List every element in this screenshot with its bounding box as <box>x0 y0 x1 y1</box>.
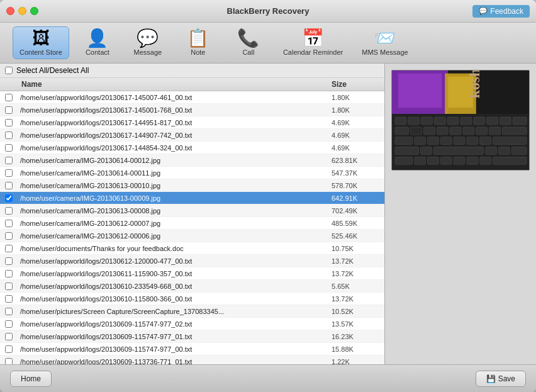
toolbar-item-message[interactable]: 💬 Message <box>126 27 170 59</box>
svg-rect-23 <box>489 127 501 135</box>
file-panel: Select All/Deselect All Name Size /home/… <box>0 64 385 364</box>
close-button[interactable] <box>6 7 14 15</box>
select-all-label: Select All/Deselect All <box>16 66 89 75</box>
row-checkbox-3[interactable] <box>0 132 18 139</box>
file-size-10: 485.59K <box>328 220 384 227</box>
row-checkbox-8[interactable] <box>0 194 18 202</box>
file-name-7: /home/user/camera/IMG-20130613-00010.jpg <box>18 182 328 189</box>
row-checkbox-7[interactable] <box>0 182 18 189</box>
file-size-20: 15.88K <box>328 345 384 353</box>
table-row[interactable]: /home/user/appworld/logs/20130611-115900… <box>0 267 384 280</box>
row-checkbox-13[interactable] <box>0 257 18 265</box>
svg-rect-34 <box>421 147 432 155</box>
svg-rect-27 <box>427 137 438 145</box>
table-row[interactable]: /home/user/appworld/logs/20130609-113736… <box>0 356 384 364</box>
toolbar: 🖼 Content Store 👤 Contact 💬 Message 📋 No… <box>0 23 536 64</box>
table-row[interactable]: /home/user/camera/IMG-20130612-00007.jpg… <box>0 217 384 230</box>
table-row[interactable]: /home/user/camera/IMG-20130612-00006.jpg… <box>0 230 384 242</box>
file-size-3: 4.69K <box>328 132 384 139</box>
svg-rect-21 <box>463 127 474 135</box>
svg-rect-15 <box>513 117 527 125</box>
file-name-2: /home/user/appworld/logs/20130617-144951… <box>18 119 328 126</box>
row-checkbox-11[interactable] <box>0 232 18 240</box>
row-checkbox-2[interactable] <box>0 119 18 126</box>
table-row[interactable]: /home/user/appworld/logs/20130617-144907… <box>0 129 384 142</box>
row-checkbox-19[interactable] <box>0 333 18 340</box>
svg-rect-33 <box>395 147 419 155</box>
file-name-16: /home/user/appworld/logs/20130610-115800… <box>18 295 328 303</box>
preview-image: koshi <box>391 70 530 171</box>
file-size-1: 1.80K <box>328 106 384 114</box>
table-row[interactable]: /home/user/camera/IMG-20130613-00008.jpg… <box>0 204 384 217</box>
toolbar-item-calendar[interactable]: 📅 Calendar Reminder <box>277 27 349 59</box>
table-row[interactable]: /home/user/appworld/logs/20130610-233549… <box>0 280 384 293</box>
svg-rect-44 <box>467 157 478 164</box>
traffic-lights <box>6 7 38 15</box>
table-row[interactable]: /home/user/appworld/logs/20130609-115747… <box>0 343 384 356</box>
table-row[interactable]: /home/user/appworld/logs/20130617-145001… <box>0 104 384 116</box>
row-checkbox-10[interactable] <box>0 220 18 227</box>
file-name-11: /home/user/camera/IMG-20130612-00006.jpg <box>18 232 328 240</box>
table-row[interactable]: /home/user/camera/IMG-20130614-00011.jpg… <box>0 167 384 179</box>
row-checkbox-1[interactable] <box>0 106 18 114</box>
row-checkbox-20[interactable] <box>0 345 18 353</box>
toolbar-item-note[interactable]: 📋 Note <box>176 27 220 59</box>
select-all-bar: Select All/Deselect All <box>0 64 384 78</box>
file-size-12: 10.75K <box>328 245 384 252</box>
table-row[interactable]: /home/user/appworld/logs/20130609-115747… <box>0 318 384 330</box>
fullscreen-button[interactable] <box>30 7 38 15</box>
file-size-2: 4.69K <box>328 119 384 126</box>
svg-rect-31 <box>480 137 491 145</box>
table-row[interactable]: /home/user/camera/IMG-20130614-00012.jpg… <box>0 154 384 167</box>
svg-text:koshi: koshi <box>466 70 483 98</box>
content-store-icon: 🖼 <box>32 30 50 47</box>
select-all-checkbox[interactable] <box>5 67 13 74</box>
svg-rect-25 <box>395 137 413 145</box>
minimize-button[interactable] <box>18 7 26 15</box>
row-checkbox-4[interactable] <box>0 144 18 152</box>
svg-rect-26 <box>415 137 426 145</box>
file-name-13: /home/user/appworld/logs/20130612-120000… <box>18 257 328 265</box>
row-checkbox-17[interactable] <box>0 308 18 315</box>
table-row[interactable]: /home/user/camera/IMG-20130613-00010.jpg… <box>0 179 384 192</box>
toolbar-item-mms[interactable]: 📨 MMS Message <box>355 27 414 59</box>
file-size-0: 1.80K <box>328 94 384 101</box>
file-size-17: 10.52K <box>328 308 384 315</box>
table-row[interactable]: /home/user/appworld/logs/20130610-115800… <box>0 293 384 305</box>
toolbar-item-call[interactable]: 📞 Call <box>226 27 271 59</box>
table-row[interactable]: /home/user/appworld/logs/20130612-120000… <box>0 255 384 267</box>
table-row[interactable]: /home/user/pictures/Screen Capture/Scree… <box>0 305 384 318</box>
file-size-4: 4.69K <box>328 144 384 152</box>
table-row[interactable]: /home/user/appworld/logs/20130617-144854… <box>0 142 384 154</box>
svg-rect-36 <box>486 147 497 155</box>
row-checkbox-6[interactable] <box>0 169 18 177</box>
message-label: Message <box>134 48 162 56</box>
row-checkbox-5[interactable] <box>0 157 18 164</box>
size-col-header: Size <box>328 80 384 89</box>
table-row[interactable]: /home/user/appworld/logs/20130617-145007… <box>0 91 384 104</box>
note-label: Note <box>191 48 205 56</box>
mms-label: MMS Message <box>362 48 408 56</box>
save-button[interactable]: 💾 Save <box>476 371 526 387</box>
contact-label: Contact <box>86 48 109 56</box>
file-size-15: 5.65K <box>328 283 384 290</box>
toolbar-item-content-store[interactable]: 🖼 Content Store <box>13 26 69 59</box>
row-checkbox-18[interactable] <box>0 320 18 328</box>
table-row[interactable]: /home/user/documents/Thanks for your fee… <box>0 242 384 255</box>
row-checkbox-15[interactable] <box>0 283 18 290</box>
home-button[interactable]: Home <box>10 371 52 387</box>
toolbar-item-contact[interactable]: 👤 Contact <box>75 27 120 59</box>
row-checkbox-12[interactable] <box>0 245 18 252</box>
row-checkbox-14[interactable] <box>0 270 18 277</box>
row-checkbox-0[interactable] <box>0 94 18 101</box>
table-row[interactable]: /home/user/camera/IMG-20130613-00009.jpg… <box>0 192 384 204</box>
row-checkbox-16[interactable] <box>0 295 18 303</box>
feedback-button[interactable]: Feedback <box>472 5 530 18</box>
table-row[interactable]: /home/user/appworld/logs/20130609-115747… <box>0 330 384 343</box>
file-list-scroll[interactable]: /home/user/appworld/logs/20130617-145007… <box>0 91 384 364</box>
row-checkbox-21[interactable] <box>0 358 18 365</box>
svg-rect-13 <box>487 117 498 125</box>
file-name-6: /home/user/camera/IMG-20130614-00011.jpg <box>18 169 328 177</box>
row-checkbox-9[interactable] <box>0 207 18 215</box>
table-row[interactable]: /home/user/appworld/logs/20130617-144951… <box>0 116 384 129</box>
